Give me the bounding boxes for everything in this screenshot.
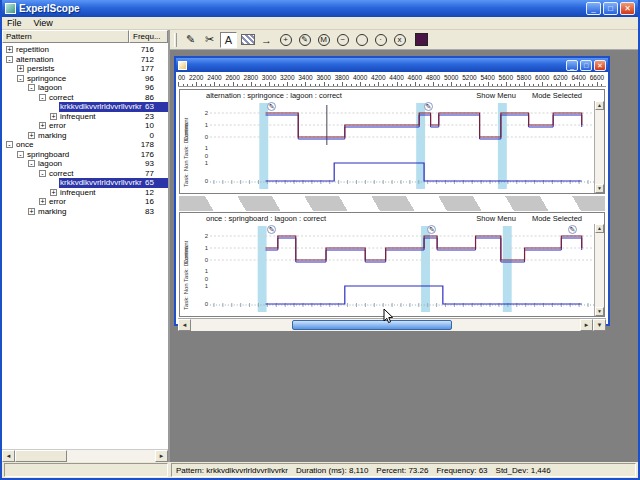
ruler-label: 2000 (178, 74, 185, 81)
tree-row[interactable]: -lagoon96 (2, 83, 168, 93)
scroll-down-icon[interactable]: ▼ (595, 184, 604, 193)
tree-row[interactable]: -lagoon93 (2, 159, 168, 169)
circle-empty-tool-icon[interactable] (353, 32, 370, 48)
scroll-left-icon[interactable]: ◄ (2, 450, 15, 462)
tree-row[interactable]: krkkvdlkvvrlrldvvrllvvrkr63 (2, 102, 168, 112)
arrow-tool-icon[interactable]: → (258, 32, 275, 48)
tree-row[interactable]: -springboard176 (2, 150, 168, 160)
tree-expander-icon (50, 103, 57, 110)
panel-1-plot[interactable]: ✎✎ (210, 101, 594, 193)
close-button[interactable]: ✕ (620, 2, 635, 15)
color-swatch[interactable] (415, 33, 428, 46)
panel-2-vertical-scrollbar[interactable]: ▲ ▼ (594, 224, 604, 316)
mdi-client-area: _ □ ✕ 2000220024002600280030003200340036… (170, 50, 638, 462)
child-minimize-button[interactable]: _ (566, 60, 578, 71)
tree-expander-icon[interactable]: - (6, 56, 13, 63)
tree-expander-icon[interactable]: + (50, 189, 57, 196)
timeline-horizontal-scrollbar[interactable]: ◄ ► ▼ (178, 318, 606, 331)
timeline-window-titlebar[interactable]: _ □ ✕ (176, 58, 608, 72)
tree-node-label: correct (48, 169, 74, 179)
column-header-frequency[interactable]: Frequ... (129, 30, 168, 43)
menu-view[interactable]: View (34, 18, 53, 28)
pattern-tool-icon[interactable] (239, 32, 256, 48)
ruler-label: 4800 (426, 74, 440, 81)
child-close-button[interactable]: ✕ (594, 60, 606, 71)
circle-wave-tool-icon[interactable]: ~ (334, 32, 351, 48)
panel-2-breadcrumb: once : springboard : lagoon : correct (206, 214, 326, 223)
minimize-button[interactable]: _ (586, 2, 601, 15)
tree-row[interactable]: +error10 (2, 121, 168, 131)
child-maximize-button[interactable]: □ (580, 60, 592, 71)
toolbar-grip[interactable] (174, 33, 177, 47)
panel-2-show-menu[interactable]: Show Menu (476, 214, 516, 223)
circle-x-tool-icon[interactable]: x (391, 32, 408, 48)
tree-row[interactable]: -springonce96 (2, 74, 168, 84)
scroll-up-icon[interactable]: ▲ (595, 101, 604, 110)
track-tick-label: 1 (205, 268, 208, 274)
tree-expander-icon[interactable]: - (39, 170, 46, 177)
tree-expander-icon[interactable]: - (28, 84, 35, 91)
tree-expander-icon[interactable]: + (39, 198, 46, 205)
circle-plus-tool-icon[interactable]: + (277, 32, 294, 48)
menu-file[interactable]: File (7, 18, 22, 28)
tree-row[interactable]: -correct77 (2, 169, 168, 179)
maximize-button[interactable]: □ (603, 2, 618, 15)
tree-row[interactable]: +persists177 (2, 64, 168, 74)
pen-tool-icon[interactable]: ✎ (182, 32, 199, 48)
ruler-label: 6200 (553, 74, 567, 81)
tree-row[interactable]: -correct86 (2, 93, 168, 103)
tree-node-label: marking (37, 207, 67, 217)
scroll-right-icon[interactable]: ► (155, 450, 168, 462)
circle-clock-tool-icon[interactable]: · (372, 32, 389, 48)
timeline-window[interactable]: _ □ ✕ 2000220024002600280030003200340036… (174, 56, 610, 326)
tree-scroll-thumb[interactable] (15, 450, 67, 462)
tree-row[interactable]: +infrequent23 (2, 112, 168, 122)
tree-expander-icon[interactable]: + (39, 122, 46, 129)
timeline-scroll-thumb[interactable] (292, 320, 451, 330)
timeline-scroll-track[interactable] (191, 319, 580, 331)
scroll-left-icon[interactable]: ◄ (178, 319, 191, 331)
scroll-down-icon[interactable]: ▼ (595, 307, 604, 316)
tree-row[interactable]: +repetition716 (2, 45, 168, 55)
scissors-tool-icon[interactable]: ✂ (201, 32, 218, 48)
tree-expander-icon[interactable]: - (39, 94, 46, 101)
tree-row[interactable]: -once178 (2, 140, 168, 150)
tree-row[interactable]: +error16 (2, 197, 168, 207)
annotation-pen-icon[interactable]: ✎ (568, 225, 577, 234)
tree-expander-icon[interactable]: + (17, 65, 24, 72)
tree-scroll-track[interactable] (15, 450, 155, 462)
tree-expander-icon[interactable]: + (28, 208, 35, 215)
scroll-right-icon[interactable]: ► (580, 319, 593, 331)
scroll-down-icon[interactable]: ▼ (593, 319, 606, 331)
tree-expander-icon[interactable]: + (50, 113, 57, 120)
panel-1-vertical-scrollbar[interactable]: ▲ ▼ (594, 101, 604, 193)
circle-pen-tool-icon[interactable]: ✎ (296, 32, 313, 48)
tree-node-frequency: 65 (145, 178, 168, 188)
tree-expander-icon[interactable]: - (17, 75, 24, 82)
tree-row[interactable]: +infrequent12 (2, 188, 168, 198)
tree-node-label: infrequent (59, 188, 97, 198)
tree-row[interactable]: +marking83 (2, 207, 168, 217)
status-pattern-label: Pattern: (176, 466, 204, 475)
tree-horizontal-scrollbar[interactable]: ◄ ► (2, 449, 168, 462)
tree-row[interactable]: +marking0 (2, 131, 168, 141)
menubar: File View (2, 17, 638, 30)
column-header-pattern[interactable]: Pattern (2, 30, 129, 43)
ruler-label: 3400 (298, 74, 312, 81)
tree-node-label: lagoon (37, 83, 63, 93)
panel-1-show-menu[interactable]: Show Menu (476, 91, 516, 100)
panel-2-plot[interactable]: ✎✎✎ (210, 224, 594, 316)
tree-expander-icon[interactable]: - (17, 151, 24, 158)
titlebar[interactable]: ExperIScope _ □ ✕ (2, 0, 638, 17)
text-tool-icon[interactable]: A (220, 32, 237, 48)
tree-row[interactable]: -alternation712 (2, 55, 168, 65)
track-tick-label: 0 (205, 257, 208, 263)
scroll-up-icon[interactable]: ▲ (595, 224, 604, 233)
tree-expander-icon[interactable]: - (28, 160, 35, 167)
annotation-pen-icon[interactable]: ✎ (424, 102, 433, 111)
tree-expander-icon[interactable]: - (6, 141, 13, 148)
tree-expander-icon[interactable]: + (28, 132, 35, 139)
tree-row[interactable]: krkkvdlkvvrlrldvvrllvvrkr65 (2, 178, 168, 188)
circle-m-tool-icon[interactable]: M (315, 32, 332, 48)
tree-expander-icon[interactable]: + (6, 46, 13, 53)
